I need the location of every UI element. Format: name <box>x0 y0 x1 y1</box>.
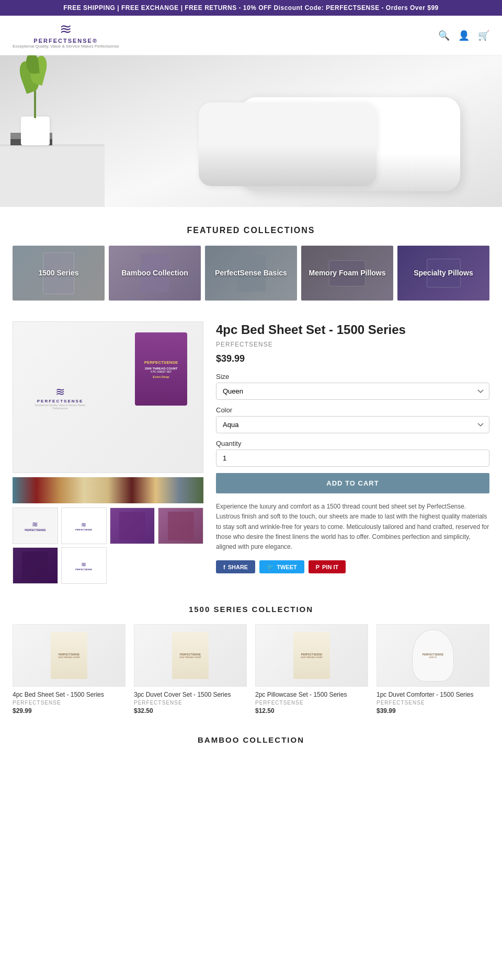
collections-grid: 1500 Series Bamboo Collection PerfectSen… <box>0 246 502 301</box>
thumb-3[interactable] <box>110 508 155 544</box>
featured-collections-title: FEATURED COLLECTIONS <box>0 226 502 235</box>
product-card-4[interactable]: PERFECTSENSE 1500 TC 1pc Duvet Comforter… <box>376 624 489 714</box>
collection-card-bamboo[interactable]: Bamboo Collection <box>109 246 201 301</box>
search-icon[interactable]: 🔍 <box>438 30 450 41</box>
twitter-icon: 🐦 <box>267 563 274 570</box>
product-section: ≋ PERFECTSENSE Exceptional Quality, Valu… <box>0 321 502 584</box>
header-icons: 🔍 👤 🛒 <box>438 30 489 41</box>
thumb-2[interactable]: ≋ PERFECTSENSE <box>61 508 107 544</box>
product-brand: PERFECTSENSE <box>216 341 489 348</box>
main-product-image: ≋ PERFECTSENSE Exceptional Quality, Valu… <box>13 321 203 473</box>
product-card-title-1: 4pc Bed Sheet Set - 1500 Series <box>13 691 126 698</box>
product-title: 4pc Bed Sheet Set - 1500 Series <box>216 321 489 338</box>
collection-card-basics[interactable]: PerfectSense Basics <box>205 246 297 301</box>
product-card-brand-4: PERFECTSENSE <box>376 700 489 706</box>
logo-text: PERFECTSENSE® <box>33 38 98 44</box>
product-card-title-4: 1pc Duvet Comforter - 1500 Series <box>376 691 489 698</box>
product-card-brand-3: PERFECTSENSE <box>255 700 368 706</box>
color-group: Color Aqua <box>216 406 489 433</box>
size-group: Size Queen <box>216 373 489 400</box>
facebook-icon: f <box>223 564 225 570</box>
product-card-title-3: 2pc Pillowcase Set - 1500 Series <box>255 691 368 698</box>
pinterest-share-button[interactable]: P PIN IT <box>309 560 346 573</box>
collection-card-overlay-basics: PerfectSense Basics <box>205 246 297 301</box>
collection-1500-section: 1500 SERIES COLLECTION PERFECTSENSE 1500… <box>0 605 502 714</box>
add-to-cart-button[interactable]: ADD TO CART <box>216 473 489 493</box>
collection-card-specialty[interactable]: Specialty Pillows <box>397 246 489 301</box>
thumb-1[interactable]: ≋ PERFECTSENSE <box>13 508 58 544</box>
hero-image <box>0 55 502 207</box>
product-box: PERFECTSENSE 1500 THREAD COUNT 4 PC SHEE… <box>135 332 187 406</box>
product-card-img-3: PERFECTSENSE 1500 THREAD COUNT <box>255 624 368 687</box>
product-img-inner-1: PERFECTSENSE 1500 THREAD COUNT <box>51 632 87 679</box>
quantity-label: Quantity <box>216 440 489 447</box>
product-img-inner-2: PERFECTSENSE 1500 THREAD COUNT <box>172 632 209 679</box>
collection-label-1500: 1500 Series <box>36 266 81 280</box>
size-select[interactable]: Queen <box>216 383 489 400</box>
facebook-share-button[interactable]: f SHARE <box>216 560 255 573</box>
size-label: Size <box>216 373 489 381</box>
account-icon[interactable]: 👤 <box>458 30 470 41</box>
top-banner: FREE SHIPPING | FREE EXCHANGE | FREE RET… <box>0 0 502 16</box>
hero-banner <box>0 55 502 207</box>
product-card-1[interactable]: PERFECTSENSE 1500 THREAD COUNT 4pc Bed S… <box>13 624 126 714</box>
collection-card-overlay-bamboo: Bamboo Collection <box>109 246 201 301</box>
product-box-label: PERFECTSENSE 1500 THREAD COUNT 4 PC SHEE… <box>142 358 180 381</box>
product-card-img-4: PERFECTSENSE 1500 TC <box>376 624 489 687</box>
collection-card-overlay-memory: Memory Foam Pillows <box>301 246 393 301</box>
collection-card-overlay-specialty: Specialty Pillows <box>397 246 489 301</box>
thumb-4[interactable] <box>158 508 203 544</box>
color-swatches <box>13 477 203 503</box>
header: ≋ PERFECTSENSE® Exceptional Quality, Val… <box>0 16 502 55</box>
social-buttons: f SHARE 🐦 TWEET P PIN IT <box>216 560 489 573</box>
product-card-price-3: $12.50 <box>255 707 368 714</box>
thumb-6[interactable]: ≋ PERFECTSENSE <box>61 547 107 584</box>
collection-card-1500[interactable]: 1500 Series <box>13 246 105 301</box>
quantity-group: Quantity <box>216 440 489 467</box>
color-select[interactable]: Aqua <box>216 416 489 433</box>
product-card-price-1: $29.99 <box>13 707 126 714</box>
collection-1500-title: 1500 SERIES COLLECTION <box>13 605 489 614</box>
product-card-2[interactable]: PERFECTSENSE 1500 THREAD COUNT 3pc Duvet… <box>134 624 247 714</box>
product-card-3[interactable]: PERFECTSENSE 1500 THREAD COUNT 2pc Pillo… <box>255 624 368 714</box>
tweet-label: TWEET <box>277 564 297 570</box>
banner-text: FREE SHIPPING | FREE EXCHANGE | FREE RET… <box>63 4 439 11</box>
product-images: ≋ PERFECTSENSE Exceptional Quality, Valu… <box>13 321 203 584</box>
collection-card-overlay-1500: 1500 Series <box>13 246 105 301</box>
collection-card-memory[interactable]: Memory Foam Pillows <box>301 246 393 301</box>
product-card-brand-1: PERFECTSENSE <box>13 700 126 706</box>
product-price: $39.99 <box>216 353 489 364</box>
product-description: Experience the luxury and comfort as a 1… <box>216 502 489 552</box>
product-card-brand-2: PERFECTSENSE <box>134 700 247 706</box>
share-label: SHARE <box>228 564 248 570</box>
product-details: 4pc Bed Sheet Set - 1500 Series PERFECTS… <box>216 321 489 584</box>
collection-label-basics: PerfectSense Basics <box>213 266 289 280</box>
collection-label-specialty: Specialty Pillows <box>412 266 475 280</box>
pin-label: PIN IT <box>322 564 338 570</box>
collection-label-bamboo: Bamboo Collection <box>119 266 190 280</box>
product-img-inner-3: PERFECTSENSE 1500 THREAD COUNT <box>293 632 330 679</box>
thumbnail-grid: ≋ PERFECTSENSE ≋ PERFECTSENSE <box>13 508 203 584</box>
logo-tagline: Exceptional Quality, Value & Service Mak… <box>13 44 119 49</box>
product-card-img-2: PERFECTSENSE 1500 THREAD COUNT <box>134 624 247 687</box>
color-label: Color <box>216 406 489 414</box>
thumb-5[interactable] <box>13 547 58 584</box>
product-card-price-2: $32.50 <box>134 707 247 714</box>
cart-icon[interactable]: 🛒 <box>478 30 489 41</box>
product-img-inner-4: PERFECTSENSE 1500 TC <box>412 629 454 682</box>
logo-icon: ≋ <box>60 22 72 37</box>
product-card-title-2: 3pc Duvet Cover Set - 1500 Series <box>134 691 247 698</box>
twitter-share-button[interactable]: 🐦 TWEET <box>259 560 304 573</box>
logo[interactable]: ≋ PERFECTSENSE® Exceptional Quality, Val… <box>13 22 119 49</box>
quantity-input[interactable] <box>216 449 489 467</box>
products-grid-1500: PERFECTSENSE 1500 THREAD COUNT 4pc Bed S… <box>13 624 489 714</box>
product-card-price-4: $39.99 <box>376 707 489 714</box>
pinterest-icon: P <box>316 564 320 570</box>
bamboo-collection-title: BAMBOO COLLECTION <box>0 735 502 744</box>
product-card-img-1: PERFECTSENSE 1500 THREAD COUNT <box>13 624 126 687</box>
collection-label-memory: Memory Foam Pillows <box>306 266 387 280</box>
